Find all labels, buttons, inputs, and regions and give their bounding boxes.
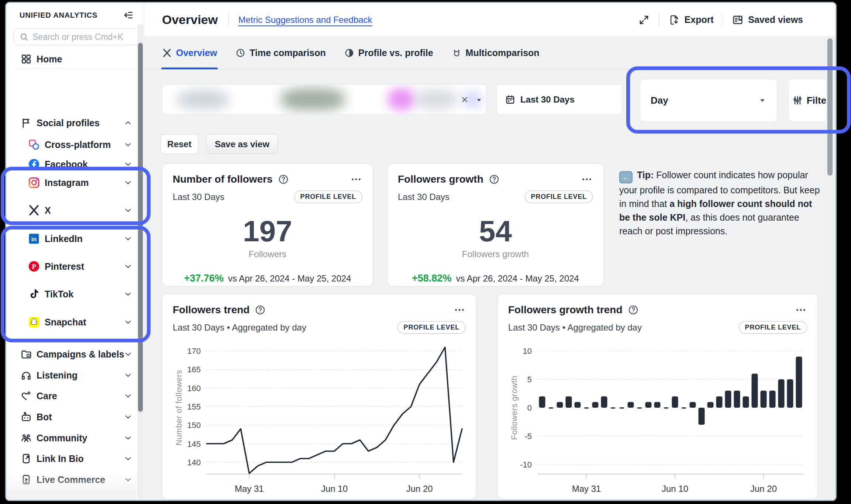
collapse-sidebar-icon[interactable] xyxy=(123,10,134,21)
svg-text:0: 0 xyxy=(527,403,532,412)
chevron-down-icon[interactable] xyxy=(124,160,132,169)
svg-text:-10: -10 xyxy=(520,460,532,469)
sidebar-item-community[interactable]: Community xyxy=(6,430,136,446)
blurred-profile-chip xyxy=(177,90,229,109)
blurred-profile-chip xyxy=(415,90,458,109)
tab-profile-vs-profile[interactable]: Profile vs. profile xyxy=(344,37,433,69)
sidebar-item-pinterest[interactable]: P Pinterest xyxy=(6,258,136,275)
sidebar-item-label: Pinterest xyxy=(45,261,84,272)
tab-time-comparison[interactable]: Time comparison xyxy=(235,37,326,69)
kpi-value-label: Followers xyxy=(173,249,362,259)
sidebar-item-campaigns-labels[interactable]: Campaigns & labels xyxy=(6,346,136,362)
care-icon xyxy=(20,390,32,402)
clear-selection-icon[interactable] xyxy=(460,95,469,104)
sidebar-item-x[interactable]: X xyxy=(6,202,136,218)
chevron-down-icon[interactable] xyxy=(124,140,132,149)
card-menu-button[interactable] xyxy=(350,174,362,185)
sidebar-item-cross-platform[interactable]: Cross-platform xyxy=(6,137,136,153)
chart-period: Last 30 Days • Aggregated by day xyxy=(508,322,642,333)
svg-text:Jun 20: Jun 20 xyxy=(406,484,433,494)
svg-text:155: 155 xyxy=(187,402,201,411)
sidebar-item-label: Care xyxy=(37,391,57,401)
sidebar-item-link-in-bio[interactable]: Link In Bio xyxy=(6,451,136,467)
chevron-down-icon[interactable] xyxy=(124,371,132,380)
pinterest-icon: P xyxy=(28,260,40,273)
chevron-down-icon[interactable] xyxy=(124,350,132,359)
tab-multicomparison[interactable]: Multicomparison xyxy=(452,37,540,69)
help-icon[interactable] xyxy=(278,174,289,185)
chevron-down-icon[interactable] xyxy=(124,454,132,463)
sidebar-item-facebook[interactable]: Facebook xyxy=(6,156,136,172)
sidebar-item-label: LinkedIn xyxy=(45,234,83,244)
saved-views-button[interactable]: Saved views xyxy=(732,14,803,26)
svg-text:Number of followers: Number of followers xyxy=(174,370,183,445)
chevron-down-icon[interactable] xyxy=(124,178,132,187)
facebook-icon xyxy=(28,158,40,170)
chevron-down-icon[interactable] xyxy=(124,434,132,442)
chevron-down-icon[interactable] xyxy=(124,290,132,298)
sidebar-item-instagram[interactable]: Instagram xyxy=(6,175,136,191)
svg-text:140: 140 xyxy=(187,458,201,467)
search-box[interactable] xyxy=(14,29,140,45)
page-header: Overview Metric Suggestions and Feedback… xyxy=(144,3,836,37)
header-divider xyxy=(659,14,659,26)
sidebar-item-label: Instagram xyxy=(45,177,89,188)
search-icon xyxy=(19,32,29,42)
chevron-up-icon[interactable] xyxy=(124,118,132,127)
date-range-button[interactable]: Last 30 Days xyxy=(496,84,622,115)
home-grid-icon xyxy=(20,53,32,65)
profile-box-divider xyxy=(472,93,473,107)
blurred-profile-chip xyxy=(388,88,414,110)
search-input[interactable] xyxy=(32,32,142,42)
page-title: Overview xyxy=(162,13,218,27)
sidebar-item-social-profiles[interactable]: Social profiles xyxy=(6,115,136,131)
chevron-down-icon[interactable] xyxy=(124,206,132,215)
svg-text:May 31: May 31 xyxy=(235,484,264,494)
x-logo-icon xyxy=(162,48,172,58)
export-button[interactable]: Export xyxy=(668,14,714,26)
card-menu-button[interactable] xyxy=(453,304,466,315)
sidebar-item-label: X xyxy=(45,205,51,216)
sidebar-item-home[interactable]: Home xyxy=(6,51,136,67)
sidebar-scrollbar-thumb[interactable] xyxy=(138,43,143,412)
sidebar-section-label: Social profiles xyxy=(37,118,100,128)
sidebar-item-bot[interactable]: Bot xyxy=(6,409,136,425)
sidebar-divider xyxy=(14,68,136,69)
chevron-down-icon[interactable] xyxy=(124,262,132,271)
svg-text:150: 150 xyxy=(187,421,201,430)
card-menu-button[interactable] xyxy=(580,174,593,185)
chevron-down-icon[interactable] xyxy=(124,318,132,327)
chevron-down-icon[interactable] xyxy=(124,475,132,484)
chevron-down-icon[interactable] xyxy=(124,234,132,243)
sidebar-item-listening[interactable]: Listening xyxy=(6,367,136,383)
svg-text:P: P xyxy=(32,263,36,270)
multi-circles-icon xyxy=(452,48,462,58)
sidebar-item-tiktok[interactable]: TikTok xyxy=(6,286,136,302)
tab-overview[interactable]: Overview xyxy=(162,37,217,69)
sidebar-item-live-commerce[interactable]: Live Commerce xyxy=(6,472,136,488)
help-icon[interactable] xyxy=(255,304,266,315)
profile-level-badge: PROFILE LEVEL xyxy=(397,321,466,334)
help-icon[interactable] xyxy=(628,304,639,315)
profile-dropdown-caret-icon[interactable] xyxy=(475,96,483,104)
help-icon[interactable] xyxy=(489,174,500,185)
sidebar-item-snapchat[interactable]: Snapchat xyxy=(6,314,136,330)
granularity-caret-icon xyxy=(758,96,767,105)
sidebar-item-care[interactable]: Care xyxy=(6,388,136,404)
snapchat-icon xyxy=(28,316,40,328)
main-scrollbar-thumb[interactable] xyxy=(827,38,833,176)
sidebar-item-linkedin[interactable]: in LinkedIn xyxy=(6,231,136,247)
metric-suggestions-link[interactable]: Metric Suggestions and Feedback xyxy=(238,15,372,25)
reset-button[interactable]: Reset xyxy=(161,134,198,154)
card-menu-button[interactable] xyxy=(795,304,807,315)
profile-selector[interactable] xyxy=(162,84,487,115)
chevron-down-icon[interactable] xyxy=(124,391,132,400)
community-icon xyxy=(20,432,32,444)
expand-icon[interactable] xyxy=(638,14,650,26)
granularity-dropdown[interactable]: Day xyxy=(640,79,777,122)
bot-icon xyxy=(20,411,32,423)
save-as-view-button[interactable]: Save as view xyxy=(206,134,278,154)
clock-icon xyxy=(235,48,245,58)
svg-text:Jun 10: Jun 10 xyxy=(662,484,688,494)
chevron-down-icon[interactable] xyxy=(124,412,132,421)
